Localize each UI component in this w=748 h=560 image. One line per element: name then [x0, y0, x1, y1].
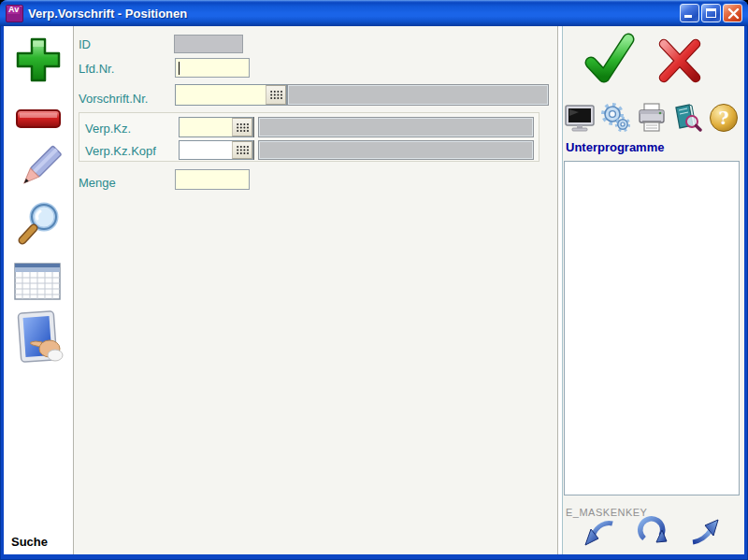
- add-icon: [14, 36, 63, 84]
- verpkz-field[interactable]: [180, 118, 232, 136]
- ok-check-icon: [582, 32, 636, 86]
- verpkz-display-field: [258, 117, 534, 137]
- monitor-icon: [565, 103, 595, 133]
- printer-icon: [637, 103, 667, 133]
- cancel-button[interactable]: [654, 36, 705, 89]
- id-label: ID: [79, 37, 91, 51]
- app-window: Av Verp.Vorschrift - Positionen: [0, 0, 748, 560]
- window-title: Verp.Vorschrift - Positionen: [28, 7, 680, 21]
- search-icon: [14, 202, 63, 249]
- vorschrift-combo: [175, 84, 287, 106]
- unterprogramme-label: Unterprogramme: [566, 140, 664, 154]
- verpkz-combo: [179, 117, 253, 137]
- delete-icon: [14, 107, 63, 131]
- action-panel: ? Unterprogramme E_MASKENKEY: [563, 26, 744, 554]
- vorschrift-field[interactable]: [176, 85, 266, 105]
- settings-button[interactable]: [600, 103, 630, 136]
- minimize-icon: [684, 15, 692, 18]
- maximize-button[interactable]: [701, 4, 721, 22]
- svg-text:?: ?: [718, 108, 728, 128]
- lfdnr-field[interactable]: [175, 58, 250, 78]
- id-field: [174, 35, 243, 53]
- help-icon: ?: [709, 103, 739, 133]
- navigate-forward-button[interactable]: [690, 518, 720, 549]
- help-button[interactable]: ?: [709, 103, 739, 136]
- delete-button[interactable]: [14, 107, 63, 134]
- vorschrift-display-field: [287, 84, 549, 106]
- arrow-back-icon: [583, 520, 615, 548]
- search-button[interactable]: [14, 202, 63, 251]
- verpkzkopf-lookup-button[interactable]: [232, 141, 252, 159]
- vorschrift-label: Vorschrift.Nr.: [79, 92, 148, 106]
- book-search-icon: [672, 103, 702, 133]
- maximize-icon: [706, 8, 716, 18]
- lfdnr-label: Lfd.Nr.: [79, 62, 114, 76]
- lookup-grid-icon: [236, 122, 250, 133]
- close-button[interactable]: [723, 4, 742, 22]
- verpkz-label: Verp.Kz.: [85, 122, 131, 136]
- verpkzkopf-combo: [179, 140, 253, 160]
- lookup-book-button[interactable]: [672, 103, 702, 136]
- ok-button[interactable]: [582, 32, 636, 89]
- verpkz-groupbox: Verp.Kz. Verp.Kz.Kopf: [79, 112, 539, 162]
- menge-label: Menge: [79, 176, 116, 190]
- verpkzkopf-field[interactable]: [180, 141, 232, 159]
- vorschrift-lookup-button[interactable]: [266, 85, 286, 105]
- menge-field[interactable]: [175, 169, 250, 190]
- lookup-grid-icon: [269, 90, 283, 100]
- app-icon-label: Av: [7, 6, 20, 14]
- form-panel: ID Lfd.Nr. Vorschrift.Nr.: [74, 26, 557, 554]
- app-icon: Av: [6, 5, 23, 22]
- subprograms-listbox[interactable]: [564, 161, 740, 495]
- arrow-refresh-icon: [636, 513, 669, 547]
- window-content: Suche ID Lfd.Nr. Vorschrift.Nr.: [4, 26, 744, 554]
- window-controls: [680, 4, 742, 22]
- monitor-button[interactable]: [565, 103, 595, 136]
- suche-label: Suche: [11, 535, 48, 549]
- verpkzkopf-display-field: [258, 140, 534, 160]
- add-button[interactable]: [14, 36, 63, 87]
- lookup-grid-icon: [236, 145, 250, 155]
- refresh-button[interactable]: [636, 513, 669, 550]
- navigate-back-button[interactable]: [583, 520, 615, 551]
- text-caret: [179, 62, 180, 75]
- title-bar[interactable]: Av Verp.Vorschrift - Positionen: [0, 0, 748, 26]
- verpkz-lookup-button[interactable]: [232, 118, 252, 136]
- gears-icon: [600, 103, 630, 133]
- touch-select-icon: [14, 310, 65, 365]
- table-button[interactable]: [14, 262, 61, 304]
- print-button[interactable]: [637, 103, 667, 136]
- arrow-forward-icon: [690, 518, 720, 546]
- edit-button[interactable]: [14, 144, 63, 197]
- edit-pencil-icon: [14, 144, 63, 194]
- sidebar-toolbar: Suche: [4, 26, 74, 554]
- touch-select-button[interactable]: [14, 310, 65, 367]
- cancel-x-icon: [654, 36, 705, 86]
- close-icon: [727, 8, 740, 20]
- verpkzkopf-label: Verp.Kz.Kopf: [85, 144, 156, 158]
- table-icon: [14, 262, 61, 301]
- minimize-button[interactable]: [680, 4, 699, 22]
